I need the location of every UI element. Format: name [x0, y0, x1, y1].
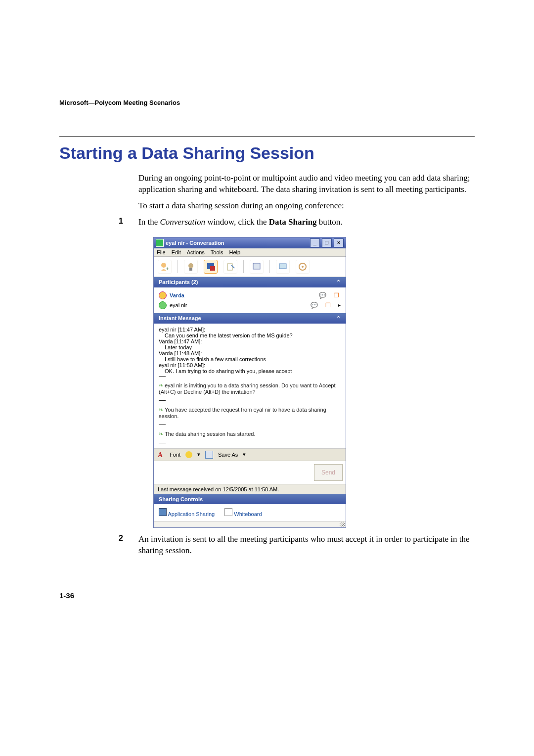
participant-name: eyal nir	[170, 302, 308, 308]
invite-icon[interactable]: +	[158, 260, 172, 274]
video-icon[interactable]	[184, 260, 198, 274]
leaf-icon: ❧	[159, 430, 164, 437]
chat-icon: 💬	[319, 292, 326, 299]
save-icon[interactable]	[205, 451, 213, 459]
appshare-icon	[159, 508, 167, 516]
data-sharing-button[interactable]	[204, 260, 218, 274]
menu-arrow-icon[interactable]: ▸	[338, 302, 341, 308]
collapse-icon[interactable]: ⌃	[336, 279, 341, 285]
app-icon	[156, 239, 164, 247]
sharing-controls-label: Sharing Controls	[159, 496, 203, 502]
svg-rect-8	[279, 264, 286, 269]
system-message: ❧You have accepted the request from eyal…	[159, 406, 341, 419]
system-message: ❧The data sharing session has started.	[159, 430, 341, 437]
whiteboard-icon	[224, 508, 232, 516]
svg-point-10	[302, 266, 304, 268]
emoticon-dropdown[interactable]: ▾	[197, 451, 200, 458]
save-as-label[interactable]: Save As	[218, 452, 238, 458]
svg-point-2	[188, 263, 193, 268]
msg-header: Varda [11:47 AM]:	[159, 338, 341, 344]
compose-toolbar: A Font ▾ Save As ▾	[154, 448, 346, 461]
header-rule	[59, 136, 475, 140]
collapse-icon[interactable]: ⌃	[336, 315, 341, 322]
intro-paragraph: During an ongoing point-to-point or mult…	[138, 173, 475, 195]
participant-row[interactable]: Varda 💬 ❐	[159, 290, 341, 300]
menu-file[interactable]: File	[157, 249, 166, 255]
resize-grip[interactable]	[154, 521, 346, 527]
separator	[159, 425, 166, 425]
toolbar-divider	[269, 260, 270, 273]
toolbar: +	[154, 257, 346, 277]
msg-header: eyal nir [11:47 AM]:	[159, 327, 341, 332]
compose-area: Send	[154, 461, 346, 484]
presence-online-icon	[159, 301, 167, 309]
svg-rect-3	[189, 268, 192, 271]
running-header: Microsoft—Polycom Meeting Scenarios	[59, 99, 475, 106]
window-title: eyal nir - Conversation	[166, 240, 310, 246]
system-message: ❧eyal nir is inviting you to a data shar…	[159, 382, 341, 395]
page-number: 1-36	[59, 591, 475, 600]
font-icon[interactable]: A	[158, 451, 165, 458]
separator	[159, 400, 166, 401]
save-as-dropdown[interactable]: ▾	[243, 451, 246, 458]
svg-rect-6	[227, 264, 232, 270]
msg-header: Varda [11:48 AM]:	[159, 350, 341, 356]
msg-header: eyal nir [11:50 AM]:	[159, 362, 341, 368]
application-sharing-link[interactable]: Application Sharing	[159, 508, 215, 517]
status-bar: Last message received on 12/5/2005 at 11…	[154, 484, 346, 494]
msg-text: OK. I am trying to do sharing with you, …	[159, 368, 341, 374]
page-title: Starting a Data Sharing Session	[59, 143, 475, 163]
sharing-controls-header[interactable]: Sharing Controls	[154, 494, 346, 504]
toolbar-divider	[178, 260, 178, 273]
participants-label: Participants (2)	[159, 279, 198, 285]
svg-rect-7	[253, 263, 260, 269]
minimize-button[interactable]: _	[310, 238, 320, 247]
transfer-icon[interactable]	[223, 260, 237, 274]
menu-help[interactable]: Help	[229, 249, 240, 255]
chat-icon: 💬	[311, 302, 317, 309]
leaf-icon: ❧	[159, 382, 164, 389]
im-label: Instant Message	[159, 315, 201, 322]
maximize-button[interactable]: □	[322, 238, 332, 247]
toolbar-divider	[243, 260, 244, 273]
presence-away-icon	[159, 291, 167, 299]
whiteboard-link[interactable]: Whiteboard	[224, 508, 262, 517]
lead-in: To start a data sharing session during a…	[138, 200, 475, 212]
send-button[interactable]: Send	[314, 464, 343, 481]
step-number-1: 1	[119, 217, 138, 228]
step-number-2: 2	[119, 534, 138, 557]
av-icon[interactable]	[250, 260, 264, 274]
menu-tools[interactable]: Tools	[211, 249, 223, 255]
share-icon: ❐	[325, 302, 332, 309]
close-button[interactable]: ×	[334, 238, 344, 247]
svg-text:+: +	[166, 266, 169, 272]
emoticon-icon[interactable]	[185, 451, 192, 458]
settings-icon[interactable]	[296, 260, 310, 274]
window-titlebar[interactable]: eyal nir - Conversation _ □ ×	[154, 237, 346, 248]
participants-header[interactable]: Participants (2) ⌃	[154, 277, 346, 287]
conversation-window: eyal nir - Conversation _ □ × File Edit …	[153, 237, 346, 528]
svg-rect-5	[210, 266, 215, 271]
im-header[interactable]: Instant Message ⌃	[154, 313, 346, 324]
font-label[interactable]: Font	[170, 452, 180, 458]
sharing-controls-panel: Application Sharing Whiteboard	[154, 504, 346, 521]
participant-row[interactable]: eyal nir 💬 ❐ ▸	[159, 300, 341, 310]
menu-actions[interactable]: Actions	[187, 249, 205, 255]
share-icon: ❐	[334, 292, 341, 299]
step-1-text: In the Conversation window, click the Da…	[138, 217, 475, 228]
separator	[159, 376, 166, 377]
step-2-text: An invitation is sent to all the meeting…	[138, 534, 475, 557]
msg-text: Can you send me the latest version of th…	[159, 332, 341, 338]
msg-text: Later today	[159, 344, 341, 350]
message-input[interactable]	[154, 461, 314, 484]
remote-assist-icon[interactable]	[276, 260, 290, 274]
leaf-icon: ❧	[159, 406, 164, 413]
msg-text: I still have to finish a few small corre…	[159, 356, 341, 362]
menu-edit[interactable]: Edit	[172, 249, 181, 255]
separator	[159, 443, 166, 443]
menu-bar: File Edit Actions Tools Help	[154, 248, 346, 257]
message-history: eyal nir [11:47 AM]: Can you send me the…	[154, 324, 346, 448]
participant-name: Varda	[170, 292, 316, 298]
participants-list: Varda 💬 ❐ eyal nir 💬 ❐ ▸	[154, 287, 346, 313]
